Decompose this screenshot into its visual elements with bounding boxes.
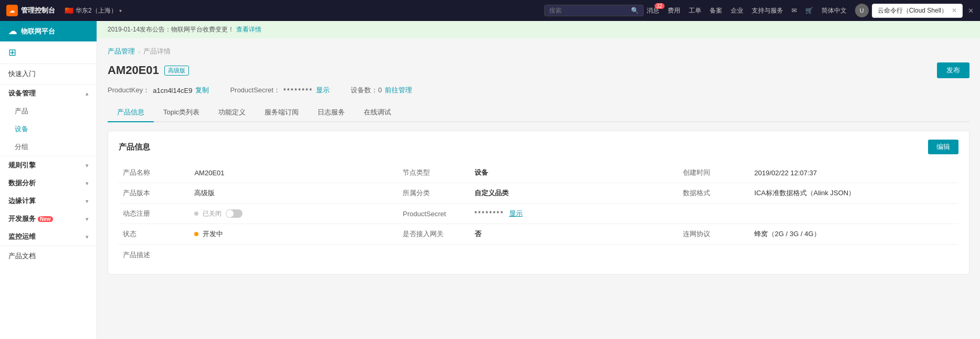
table-row: 产品版本 高级版 所属分类 自定义品类 数据格式 ICA标准数据格式（Alink… xyxy=(119,183,958,204)
col1-value-r1: AM20E01 xyxy=(190,163,398,183)
cloud-shell-label: 云命令行（Cloud Shell） xyxy=(878,6,947,15)
col1-label-r5: 产品描述 xyxy=(119,245,190,266)
cloud-shell-close-icon[interactable]: ✕ xyxy=(952,7,957,14)
sidebar-group-monitoring[interactable]: 监控运维 ▾ xyxy=(0,228,97,246)
product-tag: 高级版 xyxy=(164,66,189,76)
region-selector[interactable]: 🇨🇳 华东2（上海） ▾ xyxy=(65,6,122,15)
sidebar-item-docs[interactable]: 产品文档 xyxy=(0,246,97,266)
sidebar-item-device[interactable]: 设备 xyxy=(0,120,97,138)
search-input[interactable] xyxy=(549,7,628,14)
content-area: 2019-01-14发布公告：物联网平台收费变更！ 查看详情 产品管理 › 产品… xyxy=(97,21,980,339)
info-panel-title: 产品信息 xyxy=(119,142,150,152)
dynamic-reg-toggle[interactable] xyxy=(226,209,243,218)
tab-function-def[interactable]: 功能定义 xyxy=(209,103,255,122)
dynamic-reg-status: 已关闭 xyxy=(203,209,222,218)
sidebar-group-edge[interactable]: 边缘计算 ▾ xyxy=(0,192,97,210)
productsecret-label: ProductSecret： xyxy=(230,86,280,95)
col2-label-r2: 所属分类 xyxy=(398,183,470,204)
logo-area[interactable]: ☁ 管理控制台 xyxy=(6,5,55,16)
close-top-banner-icon[interactable]: ✕ xyxy=(968,7,974,15)
sidebar-item-quickstart[interactable]: 快速入门 xyxy=(0,64,97,84)
page-content: 产品管理 › 产品详情 AM20E01 高级版 发布 ProductKey： a… xyxy=(97,38,980,339)
group-label: 分组 xyxy=(15,142,28,152)
filing-nav-item[interactable]: 备案 xyxy=(710,6,722,15)
col2-value-r4: 否 xyxy=(470,224,679,245)
meta-row: ProductKey： a1cn4l14cE9 复制 ProductSecret… xyxy=(108,86,970,95)
device-count-label: 设备数：0 xyxy=(351,86,382,95)
table-row: 产品描述 xyxy=(119,245,958,266)
col3-label-r4: 连网协议 xyxy=(679,224,750,245)
col2-label-r1: 节点类型 xyxy=(398,163,470,183)
show-secret-inline-link[interactable]: 显示 xyxy=(509,209,523,217)
nav-items: 消息32 费用 工单 备案 企业 支持与服务 ✉ 🛒 简体中文 U xyxy=(647,4,869,17)
announcement-link[interactable]: 查看详情 xyxy=(236,26,261,33)
announcement-bar: 2019-01-14发布公告：物联网平台收费变更！ 查看详情 xyxy=(97,21,980,38)
lang-label[interactable]: 简体中文 xyxy=(821,6,847,15)
cost-nav-item[interactable]: 费用 xyxy=(668,6,680,15)
docs-label: 产品文档 xyxy=(8,251,36,261)
breadcrumb-parent[interactable]: 产品管理 xyxy=(108,47,135,56)
sidebar-item-grid[interactable]: ⊞ xyxy=(0,41,97,64)
breadcrumb: 产品管理 › 产品详情 xyxy=(108,47,970,56)
dynamic-reg-indicator xyxy=(194,211,198,216)
publish-button[interactable]: 发布 xyxy=(937,62,970,78)
search-icon[interactable]: 🔍 xyxy=(631,7,639,14)
region-label: 华东2（上海） xyxy=(76,6,117,15)
grid-icon: ⊞ xyxy=(8,47,16,58)
rules-label: 规则引擎 xyxy=(8,161,36,170)
copy-link[interactable]: 复制 xyxy=(195,86,209,95)
col3-value-r4: 蜂窝（2G / 3G / 4G） xyxy=(750,224,958,245)
manage-link[interactable]: 前往管理 xyxy=(385,86,412,95)
sidebar-group-device-management[interactable]: 设备管理 ▴ xyxy=(0,84,97,102)
avatar[interactable]: U xyxy=(855,4,869,17)
col2-label-r4: 是否接入网关 xyxy=(398,224,470,245)
productkey-label: ProductKey： xyxy=(108,86,150,95)
quickstart-label: 快速入门 xyxy=(8,69,36,79)
col1-value-r4: 开发中 xyxy=(190,224,398,245)
tab-topic-list[interactable]: Topic类列表 xyxy=(154,103,209,122)
message-nav-item[interactable]: 消息32 xyxy=(647,6,659,15)
status-text: 开发中 xyxy=(203,230,223,238)
productsecret-item: ProductSecret： ******** 显示 xyxy=(230,86,330,95)
tab-log-service[interactable]: 日志服务 xyxy=(308,103,354,122)
mail-icon[interactable]: ✉ xyxy=(792,7,797,14)
col2-label-r3: ProductSecret xyxy=(398,204,470,224)
sidebar-group-rules[interactable]: 规则引擎 ▾ xyxy=(0,156,97,174)
sidebar-group-devservice[interactable]: 开发服务 New ▾ xyxy=(0,210,97,228)
flag-icon: 🇨🇳 xyxy=(65,6,73,15)
col3-label-r2: 数据格式 xyxy=(679,183,750,204)
sidebar-group-analytics[interactable]: 数据分析 ▾ xyxy=(0,174,97,192)
devservice-chevron: ▾ xyxy=(86,216,88,222)
device-management-label: 设备管理 xyxy=(8,89,36,98)
sidebar-header[interactable]: ☁ 物联网平台 xyxy=(0,21,97,41)
sidebar-title: 物联网平台 xyxy=(21,27,55,36)
col1-label-r2: 产品版本 xyxy=(119,183,190,204)
show-secret-link[interactable]: 显示 xyxy=(316,86,330,95)
tab-server-subscribe[interactable]: 服务端订阅 xyxy=(255,103,308,122)
edit-button[interactable]: 编辑 xyxy=(928,140,958,154)
sidebar-item-group[interactable]: 分组 xyxy=(0,138,97,156)
status-dot xyxy=(194,232,198,236)
page-title: AM20E01 xyxy=(108,63,159,77)
col1-label-r1: 产品名称 xyxy=(119,163,190,183)
col3-value-r1: 2019/02/22 12:07:37 xyxy=(750,163,958,183)
col1-label-r4: 状态 xyxy=(119,224,190,245)
logo-icon: ☁ xyxy=(6,5,18,16)
region-chevron: ▾ xyxy=(119,8,122,14)
col3-value-r3 xyxy=(750,204,958,224)
productsecret-mask: ******** xyxy=(283,87,313,94)
cart-icon[interactable]: 🛒 xyxy=(805,7,813,14)
monitoring-label: 监控运维 xyxy=(8,232,36,241)
top-navigation: ☁ 管理控制台 🇨🇳 华东2（上海） ▾ 🔍 消息32 费用 工单 备案 企业 … xyxy=(0,0,980,21)
devservice-label: 开发服务 xyxy=(8,214,36,224)
search-box[interactable]: 🔍 xyxy=(544,5,644,16)
ticket-nav-item[interactable]: 工单 xyxy=(689,6,701,15)
sidebar-item-product[interactable]: 产品 xyxy=(0,102,97,120)
device-count-item: 设备数：0 前往管理 xyxy=(351,86,412,95)
col1-value-r2: 高级版 xyxy=(190,183,398,204)
tab-product-info[interactable]: 产品信息 xyxy=(108,103,154,122)
title-row: AM20E01 高级版 发布 xyxy=(108,62,970,78)
tab-online-debug[interactable]: 在线调试 xyxy=(354,103,401,122)
enterprise-nav-item[interactable]: 企业 xyxy=(731,6,743,15)
support-nav-item[interactable]: 支持与服务 xyxy=(752,6,783,15)
